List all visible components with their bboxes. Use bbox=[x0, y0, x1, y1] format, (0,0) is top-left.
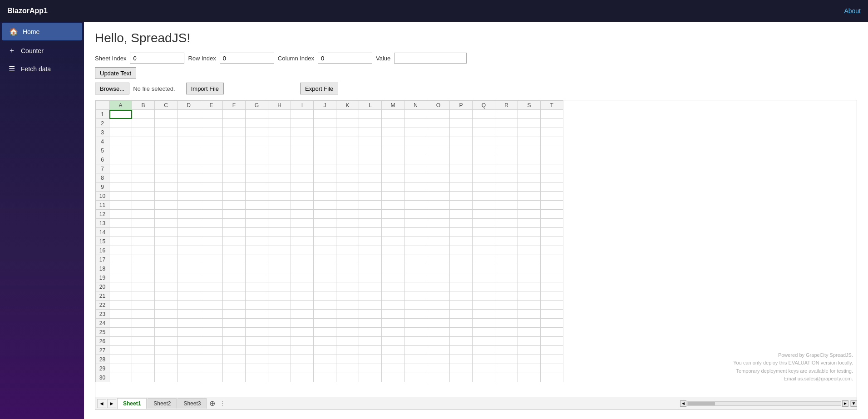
cell-30-B[interactable] bbox=[132, 373, 155, 382]
cell-10-S[interactable] bbox=[518, 192, 541, 201]
sheet-tab-sheet2[interactable]: Sheet2 bbox=[148, 398, 177, 409]
cell-26-N[interactable] bbox=[404, 337, 427, 346]
cell-3-K[interactable] bbox=[336, 128, 359, 137]
cell-2-C[interactable] bbox=[155, 119, 178, 128]
cell-14-B[interactable] bbox=[132, 228, 155, 237]
cell-20-H[interactable] bbox=[268, 282, 291, 291]
cell-23-H[interactable] bbox=[268, 310, 291, 319]
cell-14-H[interactable] bbox=[268, 228, 291, 237]
cell-16-C[interactable] bbox=[155, 246, 178, 255]
value-input[interactable] bbox=[394, 53, 467, 64]
cell-18-H[interactable] bbox=[268, 264, 291, 273]
cell-2-R[interactable] bbox=[495, 119, 518, 128]
cell-7-L[interactable] bbox=[359, 164, 382, 173]
cell-13-I[interactable] bbox=[291, 219, 314, 228]
cell-12-K[interactable] bbox=[336, 210, 359, 219]
cell-27-J[interactable] bbox=[314, 346, 336, 355]
sidebar-item-fetch-data[interactable]: ☰ Fetch data bbox=[0, 60, 84, 78]
cell-18-O[interactable] bbox=[427, 264, 450, 273]
col-header-Q[interactable]: Q bbox=[473, 101, 495, 110]
sheet-tab-sheet3[interactable]: Sheet3 bbox=[178, 398, 207, 409]
cell-4-J[interactable] bbox=[314, 137, 336, 146]
cell-2-T[interactable] bbox=[541, 119, 563, 128]
cell-10-O[interactable] bbox=[427, 192, 450, 201]
cell-23-D[interactable] bbox=[178, 310, 200, 319]
cell-9-Q[interactable] bbox=[473, 182, 495, 192]
cell-28-A[interactable] bbox=[109, 355, 132, 364]
cell-13-J[interactable] bbox=[314, 219, 336, 228]
cell-4-P[interactable] bbox=[450, 137, 473, 146]
cell-23-N[interactable] bbox=[404, 310, 427, 319]
cell-24-D[interactable] bbox=[178, 319, 200, 328]
cell-13-G[interactable] bbox=[246, 219, 268, 228]
cell-15-A[interactable] bbox=[109, 237, 132, 246]
cell-11-N[interactable] bbox=[404, 201, 427, 210]
cell-12-M[interactable] bbox=[382, 210, 404, 219]
sheet-tab-sheet1[interactable]: Sheet1 bbox=[117, 398, 147, 409]
cell-26-R[interactable] bbox=[495, 337, 518, 346]
cell-7-S[interactable] bbox=[518, 164, 541, 173]
cell-2-H[interactable] bbox=[268, 119, 291, 128]
cell-8-K[interactable] bbox=[336, 173, 359, 182]
cell-15-P[interactable] bbox=[450, 237, 473, 246]
cell-23-G[interactable] bbox=[246, 310, 268, 319]
cell-5-P[interactable] bbox=[450, 146, 473, 155]
cell-9-A[interactable] bbox=[109, 182, 132, 192]
cell-3-L[interactable] bbox=[359, 128, 382, 137]
cell-12-P[interactable] bbox=[450, 210, 473, 219]
cell-19-D[interactable] bbox=[178, 273, 200, 282]
cell-24-A[interactable] bbox=[109, 319, 132, 328]
cell-24-F[interactable] bbox=[223, 319, 246, 328]
cell-29-O[interactable] bbox=[427, 364, 450, 373]
cell-27-H[interactable] bbox=[268, 346, 291, 355]
cell-5-K[interactable] bbox=[336, 146, 359, 155]
cell-18-R[interactable] bbox=[495, 264, 518, 273]
cell-16-R[interactable] bbox=[495, 246, 518, 255]
cell-8-Q[interactable] bbox=[473, 173, 495, 182]
cell-22-T[interactable] bbox=[541, 301, 563, 310]
cell-9-M[interactable] bbox=[382, 182, 404, 192]
cell-18-M[interactable] bbox=[382, 264, 404, 273]
cell-1-H[interactable] bbox=[268, 110, 291, 119]
cell-16-P[interactable] bbox=[450, 246, 473, 255]
cell-4-R[interactable] bbox=[495, 137, 518, 146]
cell-26-O[interactable] bbox=[427, 337, 450, 346]
cell-27-Q[interactable] bbox=[473, 346, 495, 355]
cell-25-H[interactable] bbox=[268, 328, 291, 337]
cell-19-I[interactable] bbox=[291, 273, 314, 282]
cell-2-D[interactable] bbox=[178, 119, 200, 128]
cell-28-Q[interactable] bbox=[473, 355, 495, 364]
cell-29-H[interactable] bbox=[268, 364, 291, 373]
cell-19-B[interactable] bbox=[132, 273, 155, 282]
cell-22-P[interactable] bbox=[450, 301, 473, 310]
cell-8-E[interactable] bbox=[200, 173, 223, 182]
cell-9-K[interactable] bbox=[336, 182, 359, 192]
cell-11-B[interactable] bbox=[132, 201, 155, 210]
cell-20-G[interactable] bbox=[246, 282, 268, 291]
cell-10-T[interactable] bbox=[541, 192, 563, 201]
cell-2-J[interactable] bbox=[314, 119, 336, 128]
cell-30-E[interactable] bbox=[200, 373, 223, 382]
cell-24-L[interactable] bbox=[359, 319, 382, 328]
cell-17-G[interactable] bbox=[246, 255, 268, 264]
cell-23-M[interactable] bbox=[382, 310, 404, 319]
cell-27-N[interactable] bbox=[404, 346, 427, 355]
cell-17-I[interactable] bbox=[291, 255, 314, 264]
cell-26-B[interactable] bbox=[132, 337, 155, 346]
cell-13-H[interactable] bbox=[268, 219, 291, 228]
cell-18-J[interactable] bbox=[314, 264, 336, 273]
cell-14-K[interactable] bbox=[336, 228, 359, 237]
cell-25-L[interactable] bbox=[359, 328, 382, 337]
cell-5-F[interactable] bbox=[223, 146, 246, 155]
cell-6-T[interactable] bbox=[541, 155, 563, 164]
import-file-button[interactable]: Import File bbox=[186, 83, 224, 94]
cell-23-I[interactable] bbox=[291, 310, 314, 319]
cell-30-Q[interactable] bbox=[473, 373, 495, 382]
cell-8-D[interactable] bbox=[178, 173, 200, 182]
cell-1-A[interactable] bbox=[109, 110, 132, 119]
cell-15-L[interactable] bbox=[359, 237, 382, 246]
cell-12-E[interactable] bbox=[200, 210, 223, 219]
cell-17-B[interactable] bbox=[132, 255, 155, 264]
cell-27-K[interactable] bbox=[336, 346, 359, 355]
cell-2-P[interactable] bbox=[450, 119, 473, 128]
